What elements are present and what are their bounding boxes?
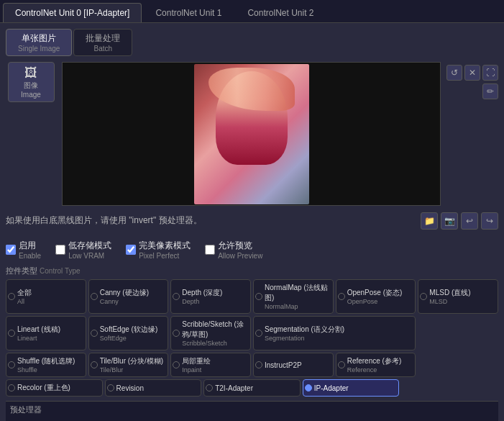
camera-btn[interactable]: 📷 xyxy=(441,212,458,230)
radio-normalmap xyxy=(255,293,262,300)
radio-ip-adapter xyxy=(305,384,312,391)
ctrl-inpaint[interactable]: 局部重绘 Inpaint xyxy=(170,353,251,377)
radio-segmentation xyxy=(255,330,262,337)
remove-icon-btn[interactable]: ✕ xyxy=(464,65,480,81)
uploaded-image xyxy=(194,64,309,204)
radio-all xyxy=(8,293,15,300)
ctrl-mlsd[interactable]: MLSD (直线) MLSD xyxy=(418,279,498,314)
ctrl-segmentation[interactable]: Segmentation (语义分割) Segmentation xyxy=(253,316,416,350)
image-icon-btn[interactable]: 🖼 图像Image xyxy=(8,62,55,102)
sub-tab-bar: 单张图片 Single Image 批量处理 Batch xyxy=(6,29,498,56)
ctrl-revision[interactable]: Revision xyxy=(105,379,202,397)
send-btn[interactable]: ↩ xyxy=(461,212,478,230)
action-row: 📁 📷 ↩ ↪ xyxy=(421,212,498,230)
ctrl-openpose[interactable]: OpenPose (姿态) OpenPose xyxy=(336,279,416,314)
radio-reference xyxy=(338,361,345,368)
ctrl-all[interactable]: 全部 All xyxy=(6,279,86,314)
tab-unit2[interactable]: ControlNet Unit 2 xyxy=(235,3,326,22)
radio-recolor xyxy=(8,384,15,391)
allowpreview-checkbox[interactable]: 允许预览 Allow Preview xyxy=(205,240,262,260)
radio-depth xyxy=(173,293,180,300)
ctrl-ip-adapter[interactable]: IP-Adapter xyxy=(303,379,400,397)
pixelperfect-checkbox[interactable]: 完美像素模式 Pixel Perfect xyxy=(126,240,191,260)
image-area: 🖼 图像Image ↺ ✕ ⛶ ✏ xyxy=(6,62,498,206)
top-tab-bar: ControlNet Unit 0 [IP-Adapter] ControlNe… xyxy=(0,0,504,23)
preprocessor-section: 预处理器 xyxy=(6,401,498,421)
control-type-row-3: Shuffle (随机选牌) Shuffle Tile/Blur (分块/模糊)… xyxy=(6,353,498,377)
radio-shuffle xyxy=(8,361,15,368)
tab-single-image[interactable]: 单张图片 Single Image xyxy=(6,29,72,56)
ctrl-instructp2p[interactable]: InstructP2P xyxy=(253,353,334,377)
enable-checkbox[interactable]: 启用 Enable xyxy=(6,240,41,260)
checkbox-row: 启用 Enable 低存储模式 Low VRAM 完美像素模式 Pixel Pe… xyxy=(6,240,498,260)
radio-scribble xyxy=(173,330,180,337)
preprocessor-label: 预处理器 xyxy=(10,404,42,415)
upload-btn[interactable]: 📁 xyxy=(421,212,438,230)
ctrl-normalmap[interactable]: NormalMap (法线贴图) NormalMap xyxy=(253,279,334,314)
invert-info-text: 如果使用白底黑线图片，请使用 "invert" 预处理器。 xyxy=(6,212,202,230)
image-right-controls: ↺ ✕ ⛶ ✏ xyxy=(446,62,498,206)
ctrl-softedge[interactable]: SoftEdge (软边缘) SoftEdge xyxy=(88,316,169,350)
ctrl-tileblur[interactable]: Tile/Blur (分块/模糊) Tile/Blur xyxy=(88,353,169,377)
expand-icon-btn[interactable]: ⛶ xyxy=(482,65,498,81)
tab-batch[interactable]: 批量处理 Batch xyxy=(73,29,132,56)
tab-unit0[interactable]: ControlNet Unit 0 [IP-Adapter] xyxy=(3,3,142,22)
ctrl-depth[interactable]: Depth (深度) Depth xyxy=(170,279,251,314)
ctrl-lineart[interactable]: Lineart (线稿) Lineart xyxy=(6,316,86,350)
radio-canny xyxy=(91,293,98,300)
control-type-row-2: Lineart (线稿) Lineart SoftEdge (软边缘) Soft… xyxy=(6,316,498,350)
reset-icon-btn[interactable]: ↺ xyxy=(446,65,462,81)
lowvram-checkbox[interactable]: 低存储模式 Low VRAM xyxy=(55,240,111,260)
control-type-row-1: 全部 All Canny (硬边缘) Canny Depth (深度) Dept… xyxy=(6,279,498,314)
radio-tileblur xyxy=(91,361,98,368)
radio-inpaint xyxy=(173,361,180,368)
main-content: 单张图片 Single Image 批量处理 Batch 🖼 图像Image xyxy=(0,23,504,421)
radio-openpose xyxy=(338,293,345,300)
radio-mlsd xyxy=(420,293,427,300)
image-left-panel: 🖼 图像Image xyxy=(6,62,56,206)
radio-t2i xyxy=(206,384,213,391)
icon-row-top: ↺ ✕ ⛶ xyxy=(446,65,498,81)
radio-instructp2p xyxy=(255,361,262,368)
ctrl-recolor[interactable]: Recolor (重上色) xyxy=(6,379,103,397)
tab-unit1[interactable]: ControlNet Unit 1 xyxy=(143,3,234,22)
radio-revision xyxy=(107,384,114,391)
ctrl-reference[interactable]: Reference (参考) Reference xyxy=(336,353,416,377)
radio-softedge xyxy=(91,330,98,337)
radio-lineart xyxy=(8,330,15,337)
control-type-label: 控件类型 Control Type xyxy=(6,266,498,276)
ctrl-shuffle[interactable]: Shuffle (随机选牌) Shuffle xyxy=(6,353,86,377)
ctrl-canny[interactable]: Canny (硬边缘) Canny xyxy=(88,279,169,314)
image-canvas[interactable] xyxy=(62,62,441,206)
ctrl-t2i[interactable]: T2I-Adapter xyxy=(203,379,301,397)
ctrl-scribble[interactable]: Scribble/Sketch (涂鸦/草图) Scribble/Sketch xyxy=(170,316,251,350)
paste-btn[interactable]: ↪ xyxy=(481,212,498,230)
brush-icon-btn[interactable]: ✏ xyxy=(482,83,498,99)
